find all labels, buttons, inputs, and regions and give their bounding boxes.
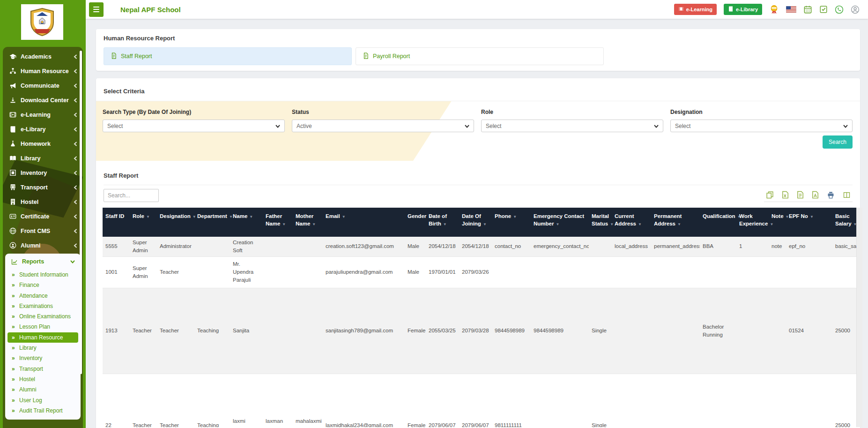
sidebar-item-hostel[interactable]: Hostel <box>3 195 83 209</box>
column-header-date-of-birth[interactable]: Date of Birth▼ <box>426 208 459 237</box>
sidebar-item-certificate[interactable]: Certificate <box>3 209 83 224</box>
column-header-permanent-address[interactable]: Permanent Address▼ <box>651 208 700 237</box>
csv-export-icon[interactable] <box>797 191 804 199</box>
medal-icon[interactable] <box>769 5 779 15</box>
column-header-mother-name[interactable]: Mother Name▼ <box>293 208 323 237</box>
table-row[interactable]: 1001Super AdminTeacherMr. Upendra Paraju… <box>103 256 862 288</box>
sidebar-item-e-library[interactable]: e-Library <box>3 122 83 136</box>
film-icon <box>678 6 684 13</box>
cell-emergency-contact-number: 9844598989 <box>531 288 589 374</box>
sidebar-item-label: Transport <box>21 184 48 191</box>
column-header-date-of-joining[interactable]: Date Of Joining▼ <box>459 208 492 237</box>
sidebar-subitem-examinations[interactable]: Examinations <box>5 301 81 311</box>
print-export-icon[interactable] <box>827 191 835 199</box>
sidebar-item-human-resource[interactable]: Human Resource <box>3 64 83 78</box>
table-search-input[interactable] <box>104 189 159 202</box>
columns-export-icon[interactable] <box>843 191 851 199</box>
sidebar-item-homework[interactable]: Homework <box>3 136 83 151</box>
column-header-gender[interactable]: Gender▼ <box>405 208 426 237</box>
select-criteria-panel: Search Type (By Date Of Joining)SelectSt… <box>96 101 860 161</box>
sidebar-subitem-library[interactable]: Library <box>5 343 81 353</box>
sidebar-item-alumni[interactable]: Alumni <box>3 238 83 253</box>
column-header-name[interactable]: Name▼ <box>230 208 263 237</box>
sidebar-toggle-button[interactable] <box>89 2 104 17</box>
school-logo[interactable] <box>21 4 63 40</box>
column-header-email[interactable]: Email▼ <box>323 208 405 237</box>
table-row[interactable]: 1913TeacherTeacherTeachingSanjitasanjita… <box>103 288 862 374</box>
column-header-department[interactable]: Department▼ <box>194 208 230 237</box>
e-library-icon <box>9 126 16 133</box>
column-header-epf-no[interactable]: EPF No▼ <box>786 208 832 237</box>
designation-select[interactable]: Select <box>670 120 853 132</box>
column-header-emergency-contact-number[interactable]: Emergency Contact Number▼ <box>531 208 589 237</box>
elearning-button[interactable]: e-Learning <box>674 4 717 15</box>
cell-staff-id: 22 <box>103 374 130 427</box>
sidebar-subitem-human-resource[interactable]: Human Resource <box>7 332 78 343</box>
sidebar-item-communicate[interactable]: Communicate <box>3 78 83 93</box>
sidebar-item-e-learning[interactable]: e-Learning <box>3 107 83 122</box>
main-content: Human Resource Report Staff ReportPayrol… <box>86 19 868 428</box>
role-select[interactable]: Select <box>481 120 663 132</box>
column-header-staff-id[interactable]: Staff ID <box>103 208 130 237</box>
sidebar-subitem-user-log[interactable]: User Log <box>5 395 81 405</box>
sidebar-item-download-center[interactable]: Download Center <box>3 93 83 107</box>
elibrary-button[interactable]: e-Library <box>724 4 762 15</box>
sidebar-item-label: Alumni <box>21 242 40 249</box>
table-row[interactable]: 22TeacherTeacherTeachinglaxmi dhakallaxm… <box>103 374 862 427</box>
sort-icon: ▼ <box>193 215 196 219</box>
cell-note <box>769 288 786 374</box>
column-header-qualification[interactable]: Qualification▼ <box>700 208 736 237</box>
cell-father-name <box>263 256 293 288</box>
sidebar-item-library[interactable]: Library <box>3 151 83 165</box>
cell-emergency-contact-number <box>531 256 589 288</box>
sidebar-item-inventory[interactable]: Inventory <box>3 165 83 180</box>
search-type-by-date-of-joining-select[interactable]: Select <box>103 120 285 132</box>
sidebar-item-academics[interactable]: Academics <box>3 49 83 64</box>
column-header-designation[interactable]: Designation▼ <box>157 208 194 237</box>
sidebar-subitem-hostel[interactable]: Hostel <box>5 374 81 384</box>
sidebar-subitem-finance[interactable]: Finance <box>5 280 81 290</box>
copy-export-icon[interactable] <box>766 191 774 199</box>
field-label: Role <box>481 109 663 115</box>
cell-father-name: laxman dhakal <box>263 374 293 427</box>
reports-icon <box>11 258 18 265</box>
sidebar-subitem-student-information[interactable]: Student Information <box>5 270 81 280</box>
task-check-icon[interactable] <box>819 5 828 14</box>
column-header-role[interactable]: Role▼ <box>130 208 157 237</box>
table-row[interactable]: 5555Super AdminAdministratorCreation Sof… <box>103 237 862 256</box>
sidebar-subitem-attendance[interactable]: Attendance <box>5 291 81 301</box>
cell-qualification <box>700 256 736 288</box>
column-header-phone[interactable]: Phone▼ <box>492 208 531 237</box>
status-select[interactable]: Active <box>292 120 474 132</box>
sidebar-item-reports[interactable]: Reports <box>5 254 81 270</box>
sort-icon: ▼ <box>610 222 614 226</box>
column-header-current-address[interactable]: Current Address▼ <box>612 208 651 237</box>
sidebar-item-front-cms[interactable]: Front CMS <box>3 224 83 238</box>
sidebar-subitem-transport[interactable]: Transport <box>5 364 81 374</box>
excel-export-icon[interactable] <box>782 191 789 199</box>
tab-payroll-report[interactable]: Payroll Report <box>356 47 604 65</box>
sidebar-item-system-settings[interactable]: System Settings <box>3 424 83 428</box>
language-us-flag-icon[interactable] <box>786 6 796 13</box>
sidebar-subitem-inventory[interactable]: Inventory <box>5 353 81 363</box>
sidebar-subitem-online-examinations[interactable]: Online Examinations <box>5 311 81 322</box>
cell-department <box>194 256 230 288</box>
column-header-marital-status[interactable]: Marital Status▼ <box>589 208 612 237</box>
whatsapp-icon[interactable] <box>835 5 844 14</box>
column-header-work-experience[interactable]: Work Experience▼ <box>736 208 769 237</box>
cell-gender: Female <box>405 288 426 374</box>
sidebar-item-transport[interactable]: Transport <box>3 180 83 195</box>
criteria-field-search-type-by-date-of-joining: Search Type (By Date Of Joining)Select <box>103 109 285 132</box>
sidebar-subitem-audit-trail-report[interactable]: Audit Trail Report <box>5 405 81 416</box>
column-header-father-name[interactable]: Father Name▼ <box>263 208 293 237</box>
sidebar-subitem-lesson-plan[interactable]: Lesson Plan <box>5 322 81 332</box>
table-vertical-scrollbar[interactable] <box>856 208 862 427</box>
chevron-left-icon <box>74 69 77 74</box>
user-account-icon[interactable] <box>851 5 860 14</box>
tab-staff-report[interactable]: Staff Report <box>104 47 352 65</box>
pdf-export-icon[interactable] <box>812 191 819 199</box>
search-button[interactable]: Search <box>823 135 853 149</box>
chevron-left-icon <box>74 54 77 59</box>
sidebar-subitem-alumni[interactable]: Alumni <box>5 384 81 395</box>
calendar-icon[interactable] <box>803 5 812 14</box>
